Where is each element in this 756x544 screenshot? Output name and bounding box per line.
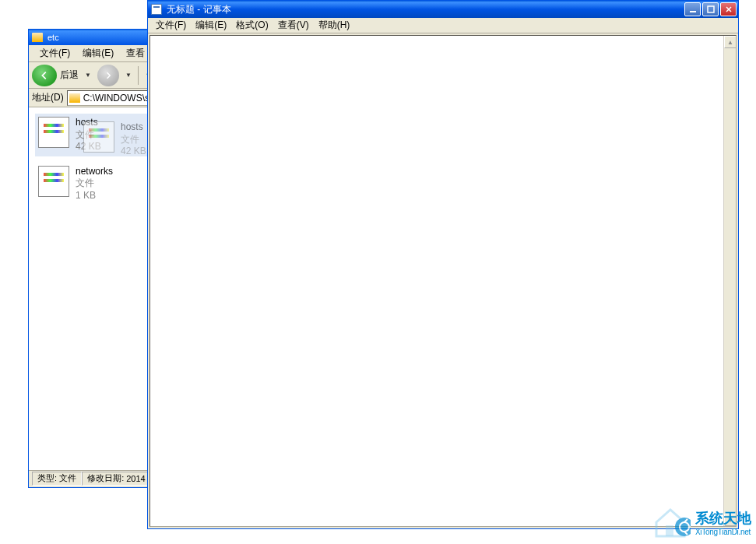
notepad-title: 无标题 - 记事本 xyxy=(167,3,684,16)
address-path: C:\WINDOWS\s xyxy=(83,93,149,104)
notepad-icon xyxy=(151,4,162,15)
file-icon xyxy=(83,121,114,153)
notepad-menu-help[interactable]: 帮助(H) xyxy=(314,17,355,33)
drag-ghost: hosts 文件 42 KB xyxy=(83,121,146,158)
notepad-titlebar[interactable]: 无标题 - 记事本 xyxy=(148,1,738,18)
address-folder-icon xyxy=(69,93,80,103)
notepad-menu-edit[interactable]: 编辑(E) xyxy=(191,17,231,33)
file-item-networks[interactable]: networks 文件 1 KB xyxy=(35,163,152,205)
svg-rect-4 xyxy=(666,525,673,536)
vertical-scrollbar[interactable]: ▲ ▼ xyxy=(723,36,736,526)
status-date: 修改日期: 2014 xyxy=(82,472,151,486)
explorer-menu-edit[interactable]: 编辑(E) xyxy=(76,45,120,61)
file-name: networks xyxy=(76,166,113,178)
notepad-menubar: 文件(F) 编辑(E) 格式(O) 查看(V) 帮助(H) xyxy=(148,18,738,33)
file-icon xyxy=(38,117,69,148)
notepad-menu-view[interactable]: 查看(V) xyxy=(273,17,314,33)
notepad-menu-format[interactable]: 格式(O) xyxy=(231,17,273,33)
explorer-menu-file[interactable]: 文件(F) xyxy=(33,45,76,61)
svg-rect-1 xyxy=(690,11,696,12)
forward-dropdown-icon[interactable]: ▼ xyxy=(122,72,135,79)
watermark-house-icon xyxy=(650,505,691,539)
watermark-title: 系统天地 xyxy=(695,509,751,528)
svg-rect-2 xyxy=(708,6,714,12)
minimize-button[interactable] xyxy=(684,2,701,16)
watermark-url: XiTongTianDi.net xyxy=(695,528,751,536)
folder-icon xyxy=(32,33,43,42)
file-icon xyxy=(38,166,69,197)
forward-button[interactable] xyxy=(97,65,119,86)
file-type: 文件 xyxy=(76,177,113,190)
scroll-up-icon[interactable]: ▲ xyxy=(724,36,737,48)
status-type: 类型: 文件 xyxy=(32,472,82,486)
notepad-textarea[interactable]: ▲ ▼ xyxy=(149,35,737,527)
back-dropdown-icon[interactable]: ▼ xyxy=(82,72,94,79)
close-button[interactable] xyxy=(720,2,737,16)
notepad-menu-file[interactable]: 文件(F) xyxy=(151,17,191,33)
notepad-window: 无标题 - 记事本 文件(F) 编辑(E) 格式(O) 查看(V) 帮助(H) … xyxy=(147,0,739,529)
back-label: 后退 xyxy=(60,68,79,82)
watermark: 系统天地 XiTongTianDi.net xyxy=(650,505,751,539)
maximize-button[interactable] xyxy=(702,2,719,16)
explorer-title: etc xyxy=(47,33,59,42)
back-button[interactable] xyxy=(32,65,57,86)
address-label: 地址(D) xyxy=(32,91,64,104)
file-size: 1 KB xyxy=(76,190,113,202)
